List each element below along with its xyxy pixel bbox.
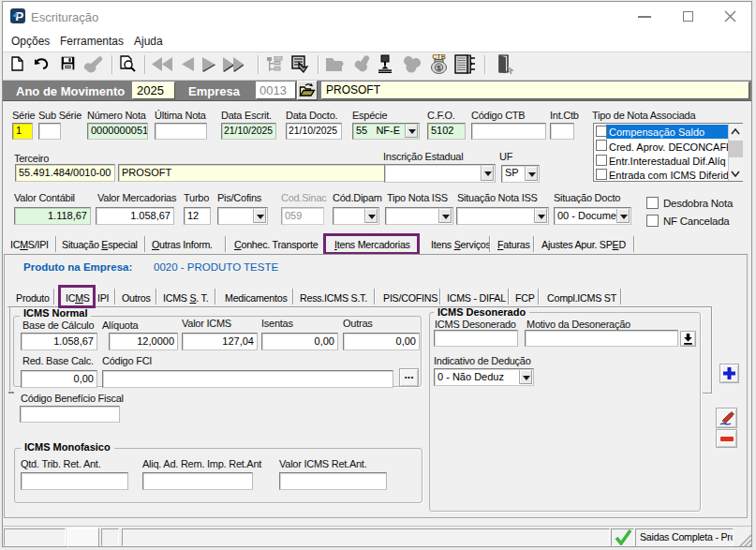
svg-text:CTB: CTB xyxy=(432,53,445,60)
svg-text:$: $ xyxy=(437,64,441,72)
